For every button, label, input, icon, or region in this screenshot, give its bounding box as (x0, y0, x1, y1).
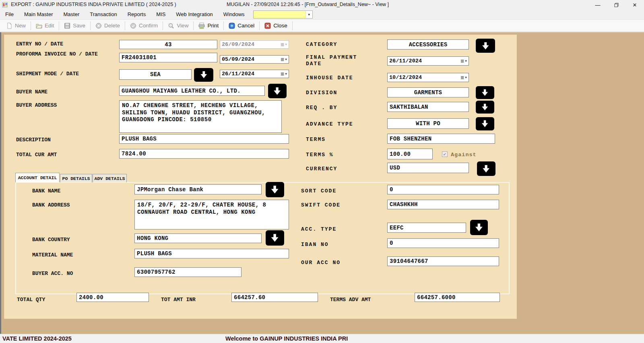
total-cur-amt-field[interactable] (119, 149, 289, 159)
down-arrow-icon (480, 164, 492, 174)
category-field[interactable] (387, 39, 469, 50)
total-cur-amt-label: TOTAL CUR AMT (16, 152, 57, 158)
our-acc-no-field[interactable] (387, 256, 499, 266)
new-page-icon (6, 23, 12, 29)
close-button[interactable]: Close (260, 21, 291, 31)
advance-type-dropdown-button[interactable] (476, 117, 494, 130)
chevron-down-icon[interactable]: ▼ (305, 11, 312, 18)
app-icon (2, 2, 8, 8)
shipment-date-picker[interactable]: 26/11/2024▦▼ (220, 70, 289, 78)
menu-main-master[interactable]: Main Master (19, 10, 58, 19)
currency-dropdown-button[interactable] (477, 161, 495, 176)
chevron-down-icon[interactable]: ▼ (285, 72, 287, 76)
down-arrow-icon (479, 119, 491, 128)
chevron-down-icon: ▼ (285, 43, 287, 46)
toolbar-separator (259, 21, 260, 30)
description-label: DESCRIPTION (16, 137, 51, 143)
currency-field[interactable] (387, 163, 469, 173)
material-name-field[interactable] (134, 249, 289, 258)
material-name-label: MATERIAL NAME (32, 252, 73, 258)
our-acc-no-label: OUR ACC NO (301, 260, 341, 266)
quick-search-combo[interactable]: ▼ (253, 10, 313, 19)
category-dropdown-button[interactable] (476, 39, 495, 53)
print-button[interactable]: Print (194, 21, 223, 31)
description-field[interactable] (119, 134, 289, 144)
calendar-icon: ▦ (281, 72, 284, 76)
menu-master[interactable]: Master (58, 10, 85, 19)
view-button: View (164, 21, 192, 31)
tab-account-detail[interactable]: ACCOUNT DETAIL (15, 173, 60, 182)
bank-address-field[interactable]: 18/F, 20/F, 22-29/F, CHATER HOUSE, 8 CON… (134, 200, 289, 229)
terms-field[interactable] (387, 134, 495, 144)
calendar-icon: ▦ (281, 42, 284, 47)
window-controls: — ✕ (588, 0, 644, 10)
acc-type-dropdown-button[interactable] (470, 220, 488, 235)
currency-label: CURRENCY (306, 166, 337, 172)
shipment-mode-label: SHIPMENT MODE / DATE (16, 71, 79, 77)
open-folder-icon (36, 23, 42, 29)
shipment-mode-field[interactable] (119, 69, 192, 80)
final-payment-date-picker[interactable]: 26/11/2024▦▼ (387, 56, 469, 66)
req-by-label: REQ . BY (306, 105, 337, 111)
division-label: DIVISION (306, 90, 337, 96)
iban-no-label: IBAN NO (301, 242, 329, 248)
total-qty-field[interactable] (76, 293, 149, 302)
menu-reports[interactable]: Reports (122, 10, 151, 19)
buyer-acc-no-field[interactable] (134, 267, 242, 277)
req-by-field[interactable] (387, 102, 469, 112)
tab-adv-details[interactable]: ADV DETAILS (93, 174, 127, 182)
confirm-button: Confirm (126, 21, 162, 31)
bank-address-label: BANK ADDRESS (32, 202, 70, 208)
close-window-button[interactable]: ✕ (625, 0, 644, 10)
toolbar-separator (31, 21, 31, 30)
magnifier-icon (168, 23, 174, 29)
toolbar-separator (59, 21, 59, 30)
chevron-down-icon[interactable]: ▼ (465, 76, 467, 79)
menu-mis[interactable]: MIS (151, 10, 171, 19)
menu-transaction[interactable]: Transaction (85, 10, 122, 19)
buyer-address-field[interactable]: NO.A7 CHENGHE STREET, HECHENG VILLAGE, S… (119, 100, 282, 133)
chevron-down-icon[interactable]: ▼ (285, 58, 287, 61)
window-title: EXPORT : GAINUP INDUSTRIES INDIA PRIVATE… (11, 2, 176, 7)
chevron-down-icon[interactable]: ▼ (465, 60, 467, 63)
bank-country-dropdown-button[interactable] (266, 230, 284, 246)
acc-type-field[interactable] (387, 223, 466, 233)
entry-no-field[interactable] (119, 40, 217, 49)
proforma-no-field[interactable] (119, 53, 217, 62)
iban-no-field[interactable] (387, 238, 499, 248)
down-arrow-icon (479, 88, 491, 97)
division-field[interactable] (387, 87, 469, 97)
cancel-button[interactable]: Cancel (225, 21, 258, 31)
total-qty-label: TOTAL QTY (17, 297, 45, 303)
tot-amt-inr-label: TOT AMT INR (161, 297, 196, 303)
terms-pct-field[interactable] (387, 149, 433, 159)
floppy-disk-icon (64, 23, 70, 29)
menu-web-integration[interactable]: Web Integration (171, 10, 218, 19)
save-button: Save (60, 21, 89, 31)
buyer-name-field[interactable] (119, 86, 265, 96)
menu-windows[interactable]: Windows (218, 10, 250, 19)
minimize-button[interactable]: — (588, 0, 607, 10)
division-dropdown-button[interactable] (476, 86, 494, 99)
req-by-dropdown-button[interactable] (476, 101, 494, 114)
quick-search-value[interactable] (254, 11, 305, 18)
shipment-mode-dropdown-button[interactable] (194, 68, 213, 82)
terms-adv-amt-field[interactable] (415, 293, 500, 302)
proforma-date-picker[interactable]: 05/09/2024▦▼ (220, 55, 289, 64)
inhouse-date-picker[interactable]: 10/12/2024▦▼ (387, 73, 469, 82)
tab-po-details[interactable]: PO DETAILS (60, 174, 92, 182)
sort-code-field[interactable] (387, 185, 499, 194)
bank-name-field[interactable] (134, 184, 262, 194)
swift-code-field[interactable] (387, 200, 499, 209)
bank-country-field[interactable] (134, 233, 262, 243)
category-label: CATEGORY (306, 41, 337, 48)
restore-button[interactable] (607, 0, 625, 10)
menu-file[interactable]: File (0, 10, 19, 19)
tot-amt-inr-field[interactable] (231, 293, 318, 302)
bank-country-label: BANK COUNTRY (32, 237, 70, 243)
toolbar-separator (125, 21, 125, 30)
bank-name-dropdown-button[interactable] (266, 182, 284, 197)
sort-code-label: SORT CODE (301, 188, 336, 194)
advance-type-field[interactable] (387, 118, 469, 129)
buyer-name-dropdown-button[interactable] (268, 84, 287, 98)
